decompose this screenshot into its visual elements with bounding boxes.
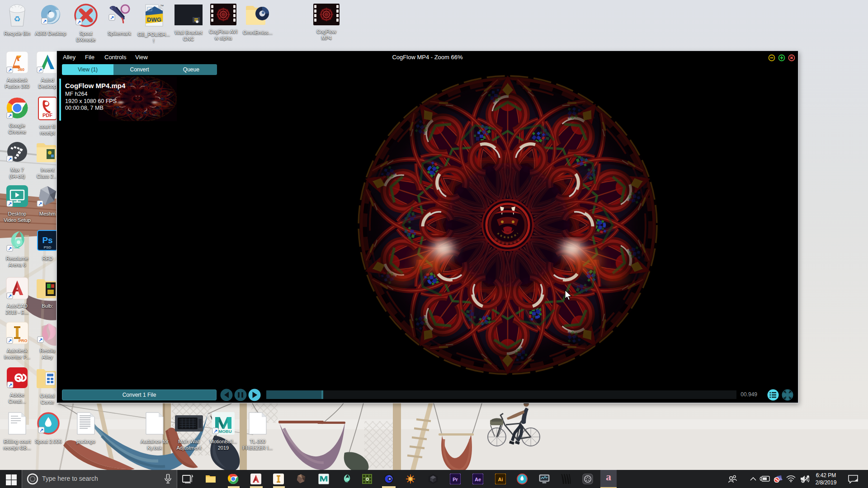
svg-text:↗: ↗ — [8, 382, 12, 388]
svg-text:Pr: Pr — [453, 477, 458, 482]
svg-text:↗: ↗ — [39, 427, 43, 433]
svg-text:↗: ↗ — [77, 19, 81, 25]
svg-text:360: 360 — [18, 67, 24, 72]
svg-text:↗: ↗ — [42, 19, 47, 24]
svg-text:♻: ♻ — [14, 15, 20, 23]
svg-text:↗: ↗ — [8, 67, 12, 73]
svg-text:↗: ↗ — [8, 293, 12, 299]
svg-text:Ai: Ai — [498, 477, 503, 482]
svg-text:↗: ↗ — [8, 156, 12, 162]
svg-text:↗: ↗ — [8, 338, 12, 343]
svg-text:MOBU: MOBU — [218, 429, 231, 434]
svg-text:↗: ↗ — [8, 113, 12, 118]
svg-text:DWG: DWG — [147, 16, 161, 23]
svg-text:↗: ↗ — [38, 67, 42, 73]
svg-text:↗: ↗ — [213, 428, 217, 434]
svg-text:PSD: PSD — [44, 245, 52, 249]
svg-text:↗: ↗ — [38, 201, 42, 206]
svg-text:↗: ↗ — [110, 15, 114, 20]
svg-text:Ps: Ps — [42, 235, 52, 245]
svg-text:PRO: PRO — [19, 338, 28, 343]
svg-text:↗: ↗ — [38, 337, 42, 343]
svg-text:™: ™ — [160, 4, 164, 8]
svg-text:Ae: Ae — [475, 477, 481, 482]
svg-text:PDF: PDF — [42, 113, 52, 118]
svg-text:↗: ↗ — [8, 201, 12, 206]
svg-text:↗: ↗ — [8, 246, 12, 251]
